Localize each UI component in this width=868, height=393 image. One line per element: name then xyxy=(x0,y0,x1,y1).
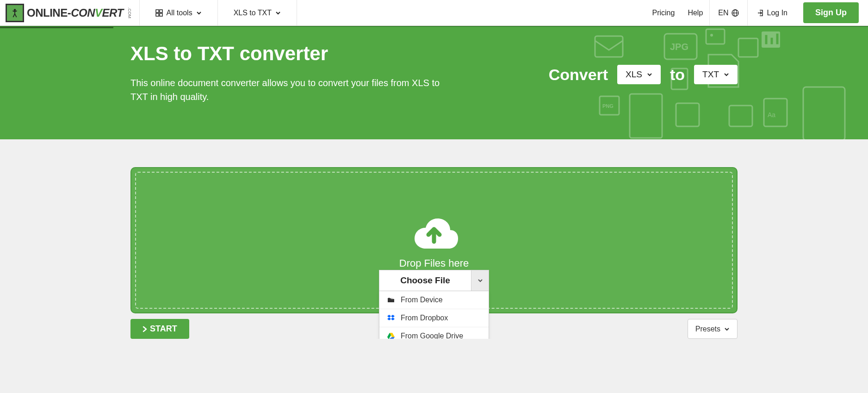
play-icon xyxy=(143,326,147,332)
language-selector[interactable]: EN xyxy=(709,0,747,26)
site-logo[interactable]: ONLINE-CONVERT .COM xyxy=(6,4,132,22)
cloud-upload-icon xyxy=(406,212,462,251)
start-label: START xyxy=(150,324,177,334)
top-header: ONLINE-CONVERT .COM All tools XLS to TXT… xyxy=(0,0,868,26)
dropzone[interactable]: Drop Files here Choose File From Device xyxy=(130,167,738,313)
pricing-link[interactable]: Pricing xyxy=(645,9,681,17)
globe-icon xyxy=(732,9,739,17)
all-tools-label: All tools xyxy=(167,9,192,17)
choose-file-button[interactable]: Choose File xyxy=(379,270,471,291)
right-nav: Pricing Help EN Log In Sign Up xyxy=(645,0,862,26)
hero-banner: JPG PDF PNG Aa XLS to TXT converter This… xyxy=(0,26,868,139)
svg-point-0 xyxy=(14,9,16,11)
chevron-down-icon xyxy=(196,10,202,16)
page-description: This online document converter allows yo… xyxy=(130,76,454,104)
start-button[interactable]: START xyxy=(130,319,189,339)
chevron-down-icon xyxy=(647,72,652,77)
logo-com: .COM xyxy=(127,7,132,19)
source-dropdown: From Device From Dropbox From Google Dri… xyxy=(379,291,489,339)
svg-rect-3 xyxy=(156,13,159,16)
help-link[interactable]: Help xyxy=(681,9,709,17)
logo-icon xyxy=(6,4,24,22)
login-button[interactable]: Log In xyxy=(748,9,797,17)
drop-text: Drop Files here xyxy=(399,257,469,269)
from-gdrive-option[interactable]: From Google Drive xyxy=(379,327,489,339)
chevron-down-icon xyxy=(275,10,281,16)
nav-divider xyxy=(217,0,218,26)
svg-rect-4 xyxy=(160,13,162,16)
dropbox-icon xyxy=(387,314,395,322)
signup-button[interactable]: Sign Up xyxy=(803,2,859,23)
choose-file-toggle[interactable] xyxy=(471,270,489,291)
to-format-select[interactable]: TXT xyxy=(694,65,738,84)
to-format-value: TXT xyxy=(702,69,719,80)
svg-rect-16 xyxy=(775,33,779,45)
from-gdrive-label: From Google Drive xyxy=(401,332,463,339)
svg-rect-2 xyxy=(160,10,162,12)
login-label: Log In xyxy=(767,9,787,17)
lang-label: EN xyxy=(718,9,728,17)
page-title: XLS to TXT converter xyxy=(130,43,454,65)
choose-file-wrap: Choose File From Device From Dropbox xyxy=(379,270,489,339)
svg-text:Aa: Aa xyxy=(768,111,775,119)
to-label: to xyxy=(670,66,685,84)
presets-button[interactable]: Presets xyxy=(688,319,738,339)
from-device-label: From Device xyxy=(401,296,443,304)
from-dropbox-option[interactable]: From Dropbox xyxy=(379,309,489,327)
svg-rect-1 xyxy=(156,10,159,12)
from-format-select[interactable]: XLS xyxy=(617,65,661,84)
presets-label: Presets xyxy=(695,325,720,333)
from-format-value: XLS xyxy=(626,69,642,80)
chevron-down-icon xyxy=(724,326,730,332)
svg-rect-15 xyxy=(770,37,774,45)
nav-divider xyxy=(297,0,297,26)
login-icon xyxy=(757,9,764,17)
current-converter-label: XLS to TXT xyxy=(234,9,272,17)
from-dropbox-label: From Dropbox xyxy=(401,314,448,322)
current-converter-menu[interactable]: XLS to TXT xyxy=(225,0,289,26)
chevron-down-icon xyxy=(724,72,729,77)
logo-text: ONLINE-CONVERT xyxy=(27,6,124,19)
chevron-down-icon xyxy=(477,278,483,283)
gdrive-icon xyxy=(387,332,395,339)
hero-accent xyxy=(0,27,113,28)
convert-label: Convert xyxy=(549,66,608,84)
all-tools-menu[interactable]: All tools xyxy=(147,0,210,26)
svg-rect-14 xyxy=(764,34,768,45)
from-device-option[interactable]: From Device xyxy=(379,291,489,309)
svg-rect-27 xyxy=(803,87,845,139)
folder-icon xyxy=(387,296,395,304)
grid-icon xyxy=(155,9,163,17)
nav-divider xyxy=(139,0,140,26)
